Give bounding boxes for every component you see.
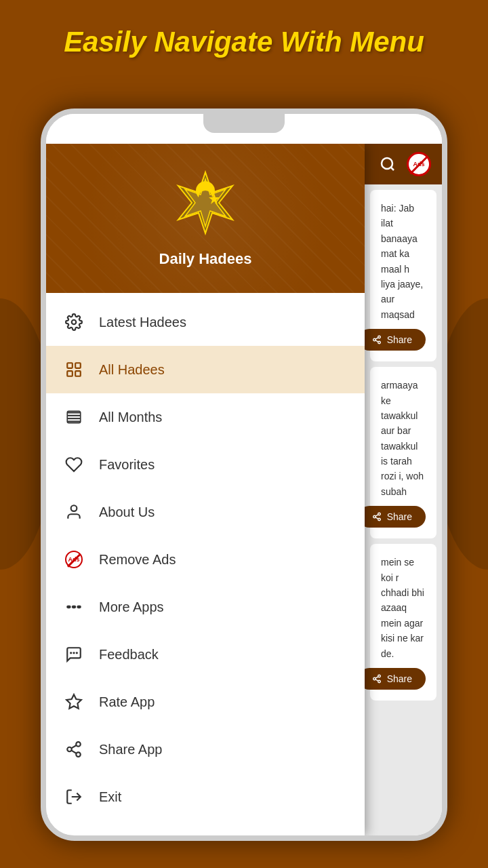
share-icon: [62, 738, 85, 761]
svg-line-42: [375, 679, 378, 681]
svg-point-36: [378, 519, 380, 521]
more-apps-icon: [62, 595, 85, 618]
menu-item-share-app[interactable]: Share App: [46, 726, 365, 773]
svg-line-37: [375, 517, 378, 519]
menu-item-feedback[interactable]: Feedback: [46, 631, 365, 678]
hadees-text-1: hai: Jab ilat banaaya mat ka maal h liya…: [381, 201, 426, 322]
svg-line-43: [375, 677, 378, 678]
app-logo: [168, 169, 243, 243]
menu-label-about-us: About Us: [99, 505, 155, 520]
feedback-icon: [62, 643, 85, 666]
svg-rect-7: [75, 371, 81, 376]
drawer-header: Daily Hadees: [46, 144, 365, 293]
svg-point-40: [373, 677, 375, 680]
share-button-3[interactable]: Share: [365, 668, 426, 690]
exit-icon: [62, 785, 85, 808]
main-content: Ads hai: Jab ilat banaaya mat ka maal h …: [365, 144, 442, 835]
wifi-icon: 📶: [370, 123, 381, 134]
menu-label-feedback: Feedback: [99, 647, 159, 663]
person-icon: [62, 500, 85, 524]
svg-rect-6: [67, 371, 73, 376]
phone-frame: 4:35 🔷 📶 📡 68% 🔋: [41, 108, 447, 841]
star-icon: [62, 690, 85, 713]
search-button[interactable]: [377, 153, 399, 175]
grid-icon: [62, 358, 85, 381]
menu-item-more-apps[interactable]: More Apps: [46, 583, 365, 631]
menu-label-all-hadees: All Hadees: [99, 362, 165, 378]
menu-label-remove-ads: Remove Ads: [99, 552, 176, 568]
hadees-text-2: armaaya ke tawakkul aur bar tawakkul is …: [381, 378, 426, 499]
svg-rect-14: [66, 606, 71, 608]
svg-point-23: [76, 752, 81, 757]
bluetooth-icon: 🔷: [357, 123, 367, 134]
svg-rect-16: [77, 606, 81, 608]
menu-item-latest-hadees[interactable]: Latest Hadees: [46, 298, 365, 346]
svg-point-13: [71, 505, 77, 511]
svg-point-31: [378, 341, 380, 344]
svg-rect-5: [75, 363, 81, 368]
svg-point-22: [67, 747, 72, 752]
share-label-2: Share: [387, 511, 412, 522]
menu-label-all-months: All Months: [99, 410, 162, 425]
battery-icon: 🔋: [418, 123, 428, 134]
heart-icon: [62, 453, 85, 476]
status-time: 4:35: [60, 123, 80, 134]
svg-line-32: [375, 340, 378, 342]
svg-point-27: [382, 158, 392, 169]
hadees-card-1: hai: Jab ilat banaaya mat ka maal h liya…: [370, 190, 436, 361]
svg-point-41: [378, 680, 380, 683]
svg-line-38: [375, 515, 378, 516]
app-content: Daily Hadees Latest Hadees: [46, 144, 442, 835]
app-toolbar: Ads: [365, 144, 442, 184]
menu-label-rate-app: Rate App: [99, 694, 155, 710]
svg-rect-4: [67, 363, 73, 368]
drawer-menu: Latest Hadees All Hadees: [46, 293, 365, 835]
share-button-2[interactable]: Share: [365, 506, 426, 528]
app-name: Daily Hadees: [159, 250, 252, 268]
no-ads-icon: Ads: [62, 548, 85, 571]
share-label-1: Share: [387, 334, 412, 345]
svg-point-30: [373, 338, 375, 341]
svg-point-3: [72, 320, 77, 325]
svg-line-33: [375, 338, 378, 339]
menu-item-all-months[interactable]: All Months: [46, 393, 365, 441]
svg-point-34: [378, 513, 380, 515]
navigation-drawer: Daily Hadees Latest Hadees: [46, 144, 365, 835]
hadees-list: hai: Jab ilat banaaya mat ka maal h liya…: [365, 184, 442, 835]
menu-label-latest-hadees: Latest Hadees: [99, 315, 186, 330]
signal-icon: 📡: [384, 123, 394, 134]
svg-line-25: [71, 745, 76, 748]
menu-item-exit[interactable]: Exit: [46, 773, 365, 821]
svg-marker-20: [66, 694, 81, 709]
menu-item-favorites[interactable]: Favorites: [46, 441, 365, 488]
battery-text: 68%: [397, 123, 415, 134]
hadees-text-3: mein se koi r chhadi bhi azaaq mein agar…: [381, 555, 426, 661]
menu-label-more-apps: More Apps: [99, 599, 164, 615]
svg-line-24: [71, 751, 76, 753]
status-icons: 🔷 📶 📡 68% 🔋: [357, 123, 428, 134]
svg-point-35: [373, 516, 375, 519]
menu-item-all-hadees[interactable]: All Hadees: [46, 346, 365, 393]
remove-ads-button[interactable]: Ads: [407, 152, 431, 176]
menu-item-rate-app[interactable]: Rate App: [46, 678, 365, 726]
hadees-card-3: mein se koi r chhadi bhi azaaq mein agar…: [370, 544, 436, 701]
menu-item-about-us[interactable]: About Us: [46, 488, 365, 536]
menu-label-exit: Exit: [99, 789, 121, 805]
menu-label-share-app: Share App: [99, 742, 162, 757]
svg-point-39: [378, 675, 380, 677]
menu-item-remove-ads[interactable]: Ads Remove Ads: [46, 536, 365, 583]
gear-icon: [62, 311, 85, 334]
menu-lines-icon: [62, 406, 85, 429]
share-label-3: Share: [387, 673, 412, 684]
page-title: Easily Navigate With Menu: [0, 26, 488, 58]
svg-rect-15: [72, 606, 77, 608]
menu-label-favorites: Favorites: [99, 457, 155, 473]
svg-point-21: [76, 742, 81, 747]
svg-point-29: [378, 336, 380, 338]
phone-notch: [203, 114, 285, 133]
hadees-card-2: armaaya ke tawakkul aur bar tawakkul is …: [370, 367, 436, 538]
svg-line-28: [391, 167, 394, 170]
share-button-1[interactable]: Share: [365, 329, 426, 351]
